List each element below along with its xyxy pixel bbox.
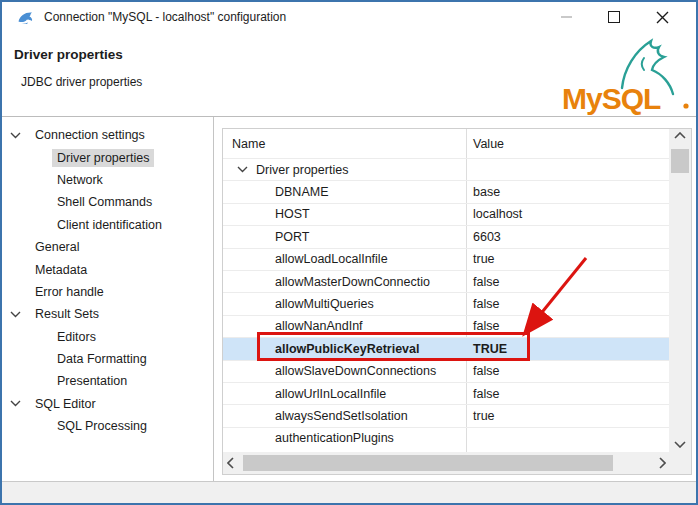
sidebar-item-editors[interactable]: Editors	[2, 326, 213, 348]
chevron-down-icon	[10, 400, 21, 407]
table-row-driver-properties[interactable]: Driver properties	[223, 158, 669, 180]
scroll-left-button[interactable]	[227, 452, 234, 474]
sidebar-item-client-identification[interactable]: Client identification	[2, 214, 213, 236]
scroll-right-button[interactable]	[659, 452, 666, 474]
chevron-down-icon	[10, 311, 21, 318]
sidebar-item-label: Metadata	[30, 261, 92, 279]
table-row-allowloadlocalinfile[interactable]: allowLoadLocalInfiletrue	[223, 248, 669, 270]
vertical-scrollbar[interactable]	[669, 129, 691, 452]
properties-table: Name Value Driver propertiesDBNAMEbaseHO…	[222, 128, 692, 475]
horizontal-scroll-thumb[interactable]	[243, 455, 613, 471]
chevron-down-icon	[674, 441, 686, 448]
property-value[interactable]: false	[466, 387, 669, 401]
horizontal-scrollbar[interactable]	[223, 452, 669, 474]
property-value[interactable]: TRUE	[466, 342, 669, 356]
table-row-host[interactable]: HOSTlocalhost	[223, 203, 669, 225]
property-value[interactable]: 6603	[466, 230, 669, 244]
property-name: HOST	[223, 207, 466, 221]
property-value[interactable]: true	[466, 409, 669, 423]
scroll-up-button[interactable]	[669, 132, 691, 139]
settings-tree-sidebar: Connection settingsDriver propertiesNetw…	[2, 117, 214, 481]
property-name: allowLoadLocalInfile	[223, 252, 466, 266]
minimize-button[interactable]	[542, 2, 590, 32]
table-row-allownanandinf[interactable]: allowNanAndInffalse	[223, 315, 669, 337]
mysql-logo: MySQL	[558, 32, 692, 115]
table-rows: Driver propertiesDBNAMEbaseHOSTlocalhost…	[223, 158, 669, 452]
column-header-name[interactable]: Name	[223, 137, 466, 151]
property-name: Driver properties	[223, 163, 466, 177]
sidebar-item-presentation[interactable]: Presentation	[2, 370, 213, 392]
sidebar-item-error-handle[interactable]: Error handle	[2, 281, 213, 303]
property-value[interactable]: false	[466, 364, 669, 378]
sidebar-item-sql-editor[interactable]: SQL Editor	[2, 393, 213, 415]
property-name: allowPublicKeyRetrieval	[223, 342, 466, 356]
sidebar-item-label: SQL Processing	[52, 417, 152, 435]
content-area: Connection settingsDriver propertiesNetw…	[2, 117, 696, 481]
sidebar-item-shell-commands[interactable]: Shell Commands	[2, 191, 213, 213]
property-name: DBNAME	[223, 185, 466, 199]
property-name: authenticationPlugins	[223, 431, 466, 445]
page-title: Driver properties	[14, 47, 123, 62]
column-header-value[interactable]: Value	[466, 137, 691, 151]
sidebar-item-label: Network	[52, 171, 108, 189]
maximize-button[interactable]	[590, 2, 638, 32]
dialog-button-bar	[2, 481, 696, 503]
titlebar: Connection "MySQL - localhost" configura…	[2, 2, 696, 32]
sidebar-item-label: Presentation	[52, 372, 132, 390]
close-button[interactable]	[638, 2, 686, 32]
tree-expander-chevron[interactable]	[2, 132, 30, 139]
table-row-allowurlinlocalinfile[interactable]: allowUrlInLocalInfilefalse	[223, 382, 669, 404]
sidebar-item-sql-processing[interactable]: SQL Processing	[2, 415, 213, 437]
property-name: allowMultiQueries	[223, 297, 466, 311]
sidebar-item-network[interactable]: Network	[2, 169, 213, 191]
window-controls	[542, 2, 686, 32]
tree-expander-chevron[interactable]	[2, 311, 30, 318]
sidebar-item-connection-settings[interactable]: Connection settings	[2, 124, 213, 146]
table-row-authenticationplugins[interactable]: authenticationPlugins	[223, 427, 669, 449]
sidebar-item-driver-properties[interactable]: Driver properties	[2, 146, 213, 168]
sidebar-item-metadata[interactable]: Metadata	[2, 258, 213, 280]
chevron-down-icon	[10, 132, 21, 139]
property-name: allowMasterDownConnectio	[223, 275, 466, 289]
property-name: allowSlaveDownConnections	[223, 364, 466, 378]
property-value[interactable]: localhost	[466, 207, 669, 221]
sidebar-item-label: Client identification	[52, 216, 167, 234]
property-name: alwaysSendSetIsolation	[223, 409, 466, 423]
vertical-scroll-thumb[interactable]	[671, 149, 689, 173]
sidebar-item-label: General	[30, 238, 84, 256]
scroll-down-button[interactable]	[669, 441, 691, 448]
property-value[interactable]: false	[466, 319, 669, 333]
table-row-allowmasterdownconnectio[interactable]: allowMasterDownConnectiofalse	[223, 270, 669, 292]
sidebar-item-label: SQL Editor	[30, 395, 101, 413]
app-dolphin-icon	[17, 10, 35, 25]
sidebar-item-data-formatting[interactable]: Data Formatting	[2, 348, 213, 370]
sidebar-item-label: Editors	[52, 328, 101, 346]
table-row-alwayssendsetisolation[interactable]: alwaysSendSetIsolationtrue	[223, 404, 669, 426]
connection-configuration-dialog: Connection "MySQL - localhost" configura…	[0, 0, 698, 505]
table-row-dbname[interactable]: DBNAMEbase	[223, 180, 669, 202]
sidebar-item-label: Error handle	[30, 283, 109, 301]
close-icon	[656, 11, 669, 24]
property-value[interactable]: true	[466, 252, 669, 266]
table-header: Name Value	[223, 129, 691, 158]
tree-expander-chevron[interactable]	[2, 400, 30, 407]
minimize-icon	[561, 16, 572, 18]
chevron-right-icon	[659, 457, 666, 469]
table-row-allowslavedownconnections[interactable]: allowSlaveDownConnectionsfalse	[223, 360, 669, 382]
chevron-down-icon	[237, 166, 248, 173]
sidebar-item-general[interactable]: General	[2, 236, 213, 258]
property-name: allowNanAndInf	[223, 319, 466, 333]
sidebar-item-label: Connection settings	[30, 126, 150, 144]
sidebar-item-label: Shell Commands	[52, 193, 157, 211]
sidebar-item-label: Result Sets	[30, 305, 104, 323]
property-value[interactable]: base	[466, 185, 669, 199]
property-value[interactable]: false	[466, 297, 669, 311]
table-row-port[interactable]: PORT6603	[223, 225, 669, 247]
property-name: allowUrlInLocalInfile	[223, 387, 466, 401]
sidebar-item-result-sets[interactable]: Result Sets	[2, 303, 213, 325]
property-name: PORT	[223, 230, 466, 244]
property-value[interactable]: false	[466, 275, 669, 289]
table-row-allowpublickeyretrieval[interactable]: allowPublicKeyRetrievalTRUE	[223, 337, 669, 359]
sidebar-item-label: Driver properties	[52, 149, 154, 167]
table-row-allowmultiqueries[interactable]: allowMultiQueriesfalse	[223, 292, 669, 314]
